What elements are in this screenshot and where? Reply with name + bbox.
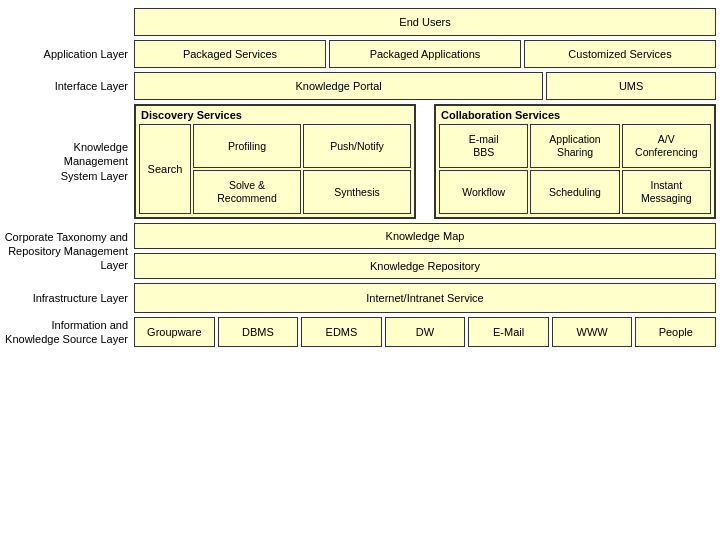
email-bbs-box: E-mail BBS xyxy=(439,124,528,168)
synthesis-box: Synthesis xyxy=(303,170,411,214)
interface-layer-label: Interface Layer xyxy=(4,72,134,100)
packaged-applications-box: Packaged Applications xyxy=(329,40,521,68)
packaged-services-box: Packaged Services xyxy=(134,40,326,68)
info-source-row: Information and Knowledge Source Layer G… xyxy=(4,317,716,347)
end-users-box: End Users xyxy=(134,8,716,36)
email-box: E-Mail xyxy=(468,317,549,347)
application-layer-row: Application Layer Packaged Services Pack… xyxy=(4,40,716,68)
gap-spacer xyxy=(419,104,431,219)
knowledge-portal-box: Knowledge Portal xyxy=(134,72,543,100)
knowledge-map-box: Knowledge Map xyxy=(134,223,716,249)
app-sharing-box: Application Sharing xyxy=(530,124,619,168)
knowledge-repository-box: Knowledge Repository xyxy=(134,253,716,279)
groupware-box: Groupware xyxy=(134,317,215,347)
discovery-right: Profiling Push/Notify Solve & Recommend … xyxy=(193,124,411,214)
discovery-top-row: Profiling Push/Notify xyxy=(193,124,411,168)
collab-grid: E-mail BBS Workflow Application Sharing … xyxy=(439,124,711,214)
knowledge-mgmt-row: Knowledge Management System Layer Discov… xyxy=(4,104,716,219)
collab-col-2: Application Sharing Scheduling xyxy=(530,124,619,214)
corp-taxonomy-content: Knowledge Map Knowledge Repository xyxy=(134,223,716,279)
architecture-diagram: End Users Application Layer Packaged Ser… xyxy=(0,0,720,540)
workflow-box: Workflow xyxy=(439,170,528,214)
end-users-content: End Users xyxy=(134,8,716,36)
dw-box: DW xyxy=(385,317,466,347)
collab-col-1: E-mail BBS Workflow xyxy=(439,124,528,214)
scheduling-box: Scheduling xyxy=(530,170,619,214)
search-box: Search xyxy=(139,124,191,214)
infrastructure-label: Infrastructure Layer xyxy=(4,283,134,313)
av-conferencing-box: A/V Conferencing xyxy=(622,124,711,168)
end-users-label xyxy=(4,8,134,36)
people-box: People xyxy=(635,317,716,347)
knowledge-mgmt-content: Discovery Services Search Profiling Push… xyxy=(134,104,716,219)
info-source-label: Information and Knowledge Source Layer xyxy=(4,317,134,347)
profiling-box: Profiling xyxy=(193,124,301,168)
interface-layer-content: Knowledge Portal UMS xyxy=(134,72,716,100)
discovery-grid: Search Profiling Push/Notify Solve & Rec… xyxy=(139,124,411,214)
infrastructure-row: Infrastructure Layer Internet/Intranet S… xyxy=(4,283,716,313)
internet-intranet-box: Internet/Intranet Service xyxy=(134,283,716,313)
collab-title: Collaboration Services xyxy=(439,109,711,121)
solve-recommend-box: Solve & Recommend xyxy=(193,170,301,214)
application-layer-content: Packaged Services Packaged Applications … xyxy=(134,40,716,68)
dbms-box: DBMS xyxy=(218,317,299,347)
discovery-services-outer: Discovery Services Search Profiling Push… xyxy=(134,104,416,219)
application-layer-label: Application Layer xyxy=(4,40,134,68)
collab-col-3: A/V Conferencing Instant Messaging xyxy=(622,124,711,214)
corp-taxonomy-label: Corporate Taxonomy and Repository Manage… xyxy=(4,223,134,279)
knowledge-mgmt-label: Knowledge Management System Layer xyxy=(4,104,134,219)
push-notify-box: Push/Notify xyxy=(303,124,411,168)
instant-messaging-box: Instant Messaging xyxy=(622,170,711,214)
corp-taxonomy-row: Corporate Taxonomy and Repository Manage… xyxy=(4,223,716,279)
collab-services-outer: Collaboration Services E-mail BBS Workfl… xyxy=(434,104,716,219)
ums-box: UMS xyxy=(546,72,716,100)
interface-layer-row: Interface Layer Knowledge Portal UMS xyxy=(4,72,716,100)
infrastructure-content: Internet/Intranet Service xyxy=(134,283,716,313)
discovery-title: Discovery Services xyxy=(139,109,411,121)
discovery-bottom-row: Solve & Recommend Synthesis xyxy=(193,170,411,214)
end-users-row: End Users xyxy=(4,8,716,36)
www-box: WWW xyxy=(552,317,633,347)
edms-box: EDMS xyxy=(301,317,382,347)
info-source-content: Groupware DBMS EDMS DW E-Mail WWW People xyxy=(134,317,716,347)
customized-services-box: Customized Services xyxy=(524,40,716,68)
